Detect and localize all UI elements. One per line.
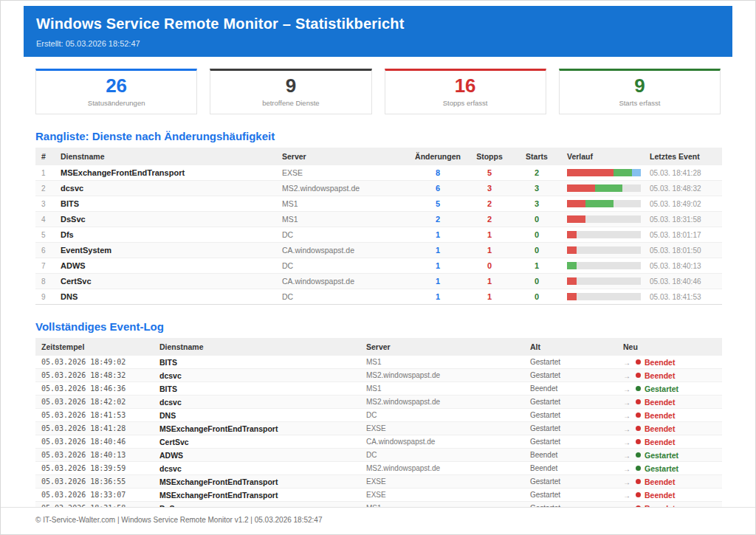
eventlog-row: 05.03.2026 18:39:59dcsvcMS2.windowspapst… [35,462,722,475]
event-timestamp: 05.03.2026 18:33:07 [35,489,154,502]
ranking-row: 7ADWSDC10105.03. 18:40:13 [35,258,722,274]
service-name: dcsvc [55,181,276,196]
event-service-name: dcsvc [154,462,360,475]
service-name: Dfs [55,227,276,243]
status-dot-icon [636,466,641,471]
stops-count: 0 [467,258,512,274]
changes-count: 1 [409,227,467,243]
stat-label: betroffene Dienste [210,99,371,107]
last-event-time: 05.03. 18:41:28 [644,165,722,181]
ranking-table-header: #DienstnameServerÄnderungenStoppsStartsV… [35,148,722,165]
event-server-name: DC [360,449,524,462]
eventlog-column-header: Neu [617,338,722,356]
arrow-right-icon: → [623,385,630,393]
history-bar-cell [561,181,644,196]
event-server-name: EXSE [360,422,524,435]
arrow-right-icon: → [623,425,630,433]
starts-bar-segment [567,262,577,269]
status-dot-icon [636,413,641,418]
event-service-name: CertSvc [154,435,360,449]
stat-value: 9 [210,75,371,97]
status-dot-icon [636,359,641,365]
event-server-name: EXSE [360,475,524,489]
event-old-state: Gestartet [524,475,617,489]
history-bar [567,246,641,254]
status-dot-icon [636,439,641,444]
server-name: EXSE [276,165,409,181]
stops-bar-segment [567,184,595,192]
event-old-state: Beendet [524,462,617,475]
event-server-name: MS2.windowspapst.de [360,462,524,475]
stops-count: 1 [467,227,512,243]
starts-count: 0 [512,289,561,305]
stat-card-changes: 26 Statusänderungen [35,69,197,114]
last-event-time: 05.03. 18:01:17 [644,227,722,243]
starts-bar-segment [614,169,632,176]
event-service-name: MSExchangeFrontEndTransport [154,475,360,489]
history-bar-cell [561,258,644,274]
event-new-state-cell: →Beendet [617,422,722,435]
starts-count: 1 [512,258,561,274]
changes-count: 1 [409,258,467,274]
ranking-table: #DienstnameServerÄnderungenStoppsStartsV… [35,148,722,305]
status-dot-icon [636,373,641,378]
status-dot-icon [636,386,641,391]
starts-count: 0 [512,274,561,289]
starts-bar-segment [595,184,623,192]
ranking-column-header: # [35,148,55,165]
starts-count: 3 [512,196,561,212]
changes-count: 5 [409,196,467,212]
event-old-state: Gestartet [524,369,617,382]
stops-bar-segment [567,246,577,254]
rank-number: 4 [35,212,55,227]
service-name: CertSvc [55,274,276,289]
changes-count: 1 [409,243,467,258]
event-new-state-cell: →Gestartet [617,449,722,462]
event-server-name: MS1 [360,382,524,396]
stat-card-services: 9 betroffene Dienste [210,69,371,114]
event-service-name: BITS [154,356,360,369]
event-service-name: BITS [154,382,360,396]
event-service-name: dcsvc [154,369,360,382]
event-timestamp: 05.03.2026 18:40:46 [35,435,154,449]
eventlog-row: 05.03.2026 18:33:07MSExchangeFrontEndTra… [35,489,722,502]
rank-number: 8 [35,274,55,289]
stops-bar-segment [567,169,614,176]
history-bar-cell [561,165,644,181]
starts-count: 0 [512,212,561,227]
rank-number: 9 [35,289,55,305]
ranking-row: 6EventSystemCA.windowspapst.de11005.03. … [35,243,722,258]
event-timestamp: 05.03.2026 18:41:53 [35,409,154,422]
event-new-state: Beendet [645,398,675,407]
event-new-state: Beendet [645,371,675,380]
ranking-column-header: Stopps [467,148,512,165]
ranking-row: 3BITSMS152305.03. 18:49:02 [35,196,722,212]
ranking-row: 2dcsvcMS2.windowspapst.de63305.03. 18:48… [35,181,722,196]
event-new-state: Gestartet [645,384,678,393]
ranking-row: 5DfsDC11005.03. 18:01:17 [35,227,722,243]
event-new-state: Beendet [645,358,675,367]
event-new-state-cell: →Beendet [617,489,722,502]
eventlog-table-header: ZeitstempelDienstnameServerAltNeu [35,338,722,356]
stops-count: 1 [467,274,512,289]
event-timestamp: 05.03.2026 18:46:36 [35,382,154,396]
history-bar [567,200,641,207]
server-name: MS1 [276,196,409,212]
stops-count: 1 [467,289,512,305]
eventlog-row: 05.03.2026 18:46:36BITSMS1Beendet→Gestar… [35,382,722,396]
status-dot-icon [636,399,641,404]
eventlog-row: 05.03.2026 18:41:53DNSDCGestartet→Beende… [35,409,722,422]
arrow-right-icon: → [623,398,630,407]
starts-count: 2 [512,165,561,181]
history-bar [567,169,641,176]
service-name: DNS [55,289,276,305]
event-server-name: DC [360,409,524,422]
service-name: ADWS [55,258,276,274]
status-dot-icon [636,452,641,458]
event-new-state-cell: →Beendet [617,369,722,382]
event-timestamp: 05.03.2026 18:40:13 [35,449,154,462]
eventlog-row: 05.03.2026 18:40:13ADWSDCBeendet→Gestart… [35,449,722,462]
starts-count: 3 [512,181,561,196]
server-name: CA.windowspapst.de [276,243,409,258]
last-event-time: 05.03. 18:49:02 [644,196,722,212]
